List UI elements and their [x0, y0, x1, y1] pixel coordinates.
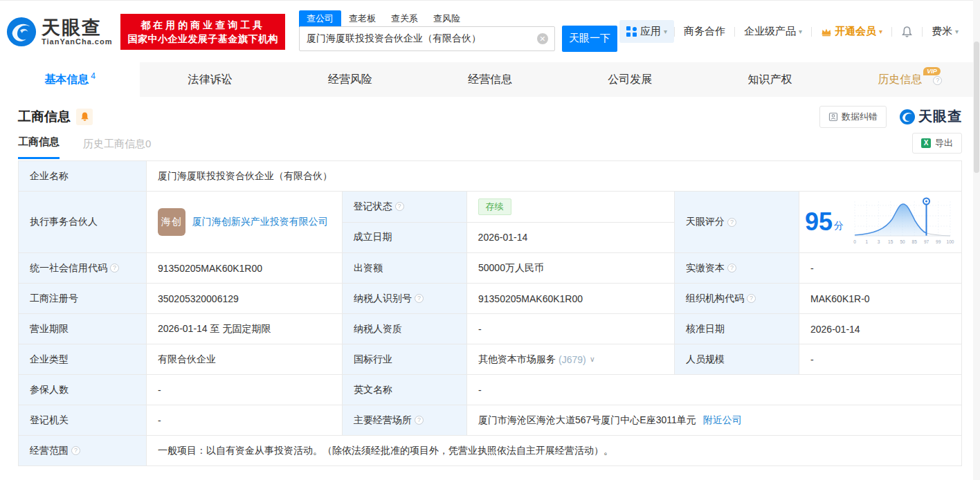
tab-operational-risk[interactable]: 经营风险	[280, 62, 420, 97]
help-icon[interactable]: ?	[395, 202, 404, 211]
insured-count-value: -	[147, 375, 343, 405]
data-correction-icon	[828, 112, 838, 122]
nav-user-menu[interactable]: 费米 ▾	[923, 25, 968, 38]
subtab-business-registration[interactable]: 工商信息	[18, 136, 60, 159]
score-unit: 分	[834, 220, 844, 232]
score-distribution-chart[interactable]: 013 155085 9799100	[851, 196, 956, 248]
svg-text:1: 1	[865, 239, 868, 244]
table-row: 经营范围? 一般项目：以自有资金从事投资活动。（除依法须经批准的项目外，凭营业执…	[19, 436, 961, 465]
tab-intellectual-property[interactable]: 知识产权	[700, 62, 840, 97]
nav-apps[interactable]: 应用 ▾	[619, 20, 674, 43]
search-button[interactable]: 天眼一下	[562, 26, 617, 52]
registration-authority-value: -	[147, 405, 343, 435]
chevron-down-icon[interactable]: ∨	[590, 355, 595, 364]
nav-business-cooperation[interactable]: 商务合作	[675, 25, 734, 38]
watermark-logo: 天眼查	[899, 107, 962, 126]
tab-company-development[interactable]: 公司发展	[560, 62, 700, 97]
score-number: 95	[805, 210, 833, 234]
search-tab-relation[interactable]: 查关系	[383, 10, 426, 27]
tab-count-badge: 4	[91, 71, 96, 81]
chevron-down-icon: ▾	[799, 28, 802, 35]
search-tabs: 查公司 查老板 查关系 查风险	[299, 10, 468, 27]
chevron-down-icon: ▾	[879, 28, 882, 35]
watermark-brand-text: 天眼查	[918, 107, 962, 126]
excel-icon: X	[921, 138, 931, 148]
export-button[interactable]: X 导出	[912, 133, 962, 154]
help-icon[interactable]: ?	[727, 264, 736, 273]
search-tab-risk[interactable]: 查风险	[426, 10, 468, 27]
table-row: 营业期限 2026-01-14 至 无固定期限 纳税人资质 - 核准日期 202…	[19, 314, 961, 344]
business-info-table: 企业名称 厦门海厦联投投资合伙企业（有限合伙） 执行事务合伙人 海创 厦门海创新…	[18, 160, 962, 466]
table-row: 登记状态? 存续	[343, 192, 675, 223]
vip-badge: VIP	[923, 67, 941, 75]
partner-company-link[interactable]: 厦门海创新兴产业投资有限公司	[192, 216, 328, 228]
establish-date-value: 2026-01-14	[467, 223, 675, 253]
registration-number-value: 350205320006129	[147, 284, 343, 313]
nav-apps-label: 应用	[640, 25, 661, 38]
search-input[interactable]	[299, 26, 555, 51]
help-icon[interactable]: ?	[747, 294, 756, 303]
taxpayer-id-label: 纳税人识别号?	[343, 284, 467, 313]
scrollbar[interactable]	[973, 0, 980, 480]
company-name-value: 厦门海厦联投投资合伙企业（有限合伙）	[147, 161, 961, 191]
crown-icon	[821, 27, 832, 37]
taxpayer-quality-value: -	[467, 314, 675, 344]
tab-history-info[interactable]: 历史信息VIP?	[840, 62, 980, 97]
partner-logo-avatar[interactable]: 海创	[158, 208, 185, 236]
tab-basic-info[interactable]: 基本信息4	[0, 62, 140, 97]
status-badge: 存续	[478, 199, 511, 215]
scrollbar-thumb[interactable]	[974, 41, 979, 173]
subscribe-bell-button[interactable]	[76, 109, 93, 125]
establish-date-label: 成立日期	[343, 223, 467, 253]
svg-text:100: 100	[947, 239, 954, 244]
nav-open-vip[interactable]: 开通会员 ▾	[812, 25, 891, 38]
registration-authority-label: 登记机关	[19, 405, 147, 435]
tab-legal-proceedings[interactable]: 法律诉讼	[140, 62, 280, 97]
table-row: 企业名称 厦门海厦联投投资合伙企业（有限合伙）	[19, 161, 961, 192]
search-tab-boss[interactable]: 查老板	[341, 10, 383, 27]
data-correction-button[interactable]: 数据纠错	[819, 106, 887, 128]
search-tab-company[interactable]: 查公司	[299, 10, 341, 27]
apps-grid-icon	[626, 26, 637, 37]
business-address-label: 主要经营场所?	[343, 405, 467, 435]
org-code-value: MAK60K1R-0	[799, 284, 961, 313]
english-name-label: 英文名称	[343, 375, 467, 405]
tianyancha-logo[interactable]: 天眼查 TianYanCha.com	[6, 16, 112, 48]
clear-search-icon[interactable]: ✕	[537, 33, 548, 44]
help-icon[interactable]: ?	[727, 218, 736, 227]
contribution-label: 出资额	[343, 253, 467, 283]
nearby-companies-link[interactable]: 附近公司	[703, 414, 742, 427]
slogan-line2: 国家中小企业发展子基金旗下机构	[127, 32, 278, 46]
staff-size-label: 人员规模	[675, 344, 799, 374]
svg-text:15: 15	[888, 239, 893, 244]
subtab-history-registration[interactable]: 历史工商信息0	[83, 138, 151, 159]
help-icon[interactable]: ?	[110, 264, 119, 273]
svg-text:85: 85	[912, 239, 918, 244]
nav-notifications[interactable]	[892, 26, 922, 37]
company-name-label: 企业名称	[19, 161, 147, 191]
approval-date-value: 2026-01-14	[799, 314, 961, 344]
industry-value[interactable]: 其他资本市场服务 (J679) ∨	[467, 344, 675, 374]
credit-code-value: 91350205MAK60K1R00	[147, 253, 343, 283]
executive-partner-value: 海创 厦门海创新兴产业投资有限公司	[147, 192, 343, 252]
tianyan-score-value: 95 分	[799, 192, 961, 252]
table-row: 成立日期 2026-01-14	[343, 223, 675, 253]
help-icon[interactable]: ?	[415, 416, 424, 425]
registration-number-label: 工商注册号	[19, 284, 147, 313]
company-type-label: 企业类型	[19, 344, 147, 374]
logo-brand-text: 天眼查	[42, 18, 112, 37]
bell-icon	[80, 111, 90, 122]
svg-text:99: 99	[936, 239, 941, 244]
nav-enterprise-products[interactable]: 企业级产品 ▾	[735, 25, 811, 38]
business-address-value: 厦门市海沧区海沧大道567号厦门中心E座3011单元 附近公司	[467, 405, 961, 435]
company-type-value: 有限合伙企业	[147, 344, 343, 374]
search-area: 查公司 查老板 查关系 查风险 ✕ 天眼一下	[299, 12, 617, 52]
tab-business-info[interactable]: 经营信息	[420, 62, 560, 97]
help-icon[interactable]: ?	[415, 294, 424, 303]
help-icon[interactable]: ?	[71, 446, 80, 455]
help-icon[interactable]: ?	[933, 76, 942, 85]
main-content: 工商信息 数据纠错 天眼查	[0, 97, 980, 466]
table-row: 登记机关 - 主要经营场所? 厦门市海沧区海沧大道567号厦门中心E座3011单…	[19, 405, 961, 436]
paid-capital-label: 实缴资本?	[675, 253, 799, 283]
insured-count-label: 参保人数	[19, 375, 147, 405]
